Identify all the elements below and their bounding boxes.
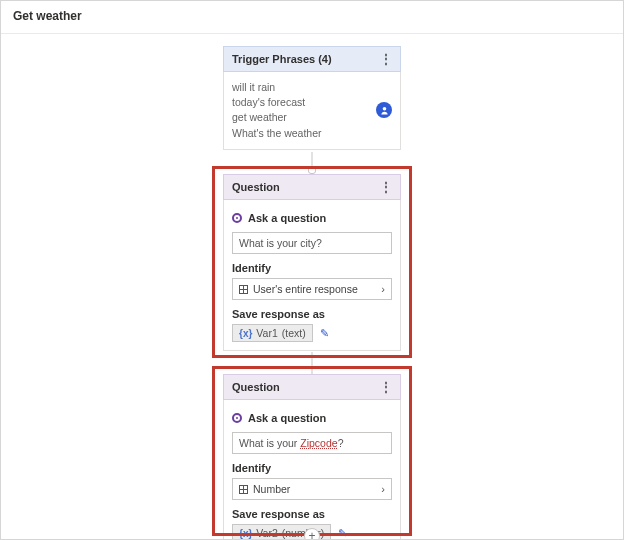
ask-question-row: Ask a question [232, 408, 392, 428]
identify-select[interactable]: User's entire response › [232, 278, 392, 300]
question-header: Question ⋮ [223, 374, 401, 400]
question-body: Ask a question What is your city? Identi… [223, 200, 401, 351]
entity-icon [239, 485, 248, 494]
prompt-highlight: Zipcode [300, 437, 337, 449]
variable-icon: {x} [239, 528, 252, 539]
question-body: Ask a question What is your Zipcode? Ide… [223, 400, 401, 540]
more-icon[interactable]: ⋮ [380, 181, 392, 193]
ask-question-label: Ask a question [248, 412, 326, 424]
authoring-canvas-page: Get weather Trigger Phrases (4) ⋮ will i… [0, 0, 624, 540]
svg-point-0 [382, 106, 386, 110]
connector-port [308, 166, 316, 174]
variable-name: Var2 [256, 527, 277, 539]
save-response-label: Save response as [232, 308, 392, 320]
connector [312, 352, 313, 374]
entity-icon [239, 285, 248, 294]
edit-icon[interactable]: ✎ [338, 527, 347, 539]
question-header-label: Question [232, 381, 280, 393]
question-prompt-input[interactable]: What is your city? [232, 232, 392, 254]
prompt-prefix: What is your [239, 437, 300, 449]
edit-icon[interactable]: ✎ [320, 327, 329, 339]
variable-row: {x} Var1 (text) ✎ [232, 324, 392, 342]
canvas[interactable]: Trigger Phrases (4) ⋮ will it rain today… [1, 34, 623, 540]
trigger-node[interactable]: Trigger Phrases (4) ⋮ will it rain today… [223, 46, 401, 150]
radio-icon [232, 213, 242, 223]
add-node-button[interactable]: + [304, 528, 320, 540]
ask-question-row: Ask a question [232, 208, 392, 228]
identify-value: User's entire response [253, 283, 358, 295]
trigger-header-label: Trigger Phrases (4) [232, 53, 332, 65]
variable-chip[interactable]: {x} Var1 (text) [232, 324, 313, 342]
variable-type: (text) [282, 327, 306, 339]
question-header: Question ⋮ [223, 174, 401, 200]
more-icon[interactable]: ⋮ [380, 381, 392, 393]
more-icon[interactable]: ⋮ [380, 53, 392, 65]
radio-icon [232, 413, 242, 423]
person-icon [376, 102, 392, 118]
identify-value: Number [253, 483, 290, 495]
save-response-label: Save response as [232, 508, 392, 520]
trigger-phrase: get weather [232, 110, 374, 125]
trigger-phrase: today's forecast [232, 95, 374, 110]
identify-label: Identify [232, 462, 392, 474]
question-node[interactable]: Question ⋮ Ask a question What is your c… [223, 174, 401, 351]
variable-name: Var1 [256, 327, 277, 339]
chevron-right-icon: › [381, 283, 385, 295]
question-prompt-input[interactable]: What is your Zipcode? [232, 432, 392, 454]
chevron-right-icon: › [381, 483, 385, 495]
page-title: Get weather [1, 1, 623, 34]
identify-select[interactable]: Number › [232, 478, 392, 500]
variable-icon: {x} [239, 328, 252, 339]
trigger-header: Trigger Phrases (4) ⋮ [223, 46, 401, 72]
trigger-phrase-list: will it rain today's forecast get weathe… [232, 80, 392, 141]
trigger-phrase: What's the weather [232, 126, 374, 141]
prompt-suffix: ? [338, 437, 344, 449]
identify-label: Identify [232, 262, 392, 274]
trigger-phrase: will it rain [232, 80, 374, 95]
ask-question-label: Ask a question [248, 212, 326, 224]
question-node[interactable]: Question ⋮ Ask a question What is your Z… [223, 374, 401, 540]
question-header-label: Question [232, 181, 280, 193]
trigger-body: will it rain today's forecast get weathe… [223, 72, 401, 150]
